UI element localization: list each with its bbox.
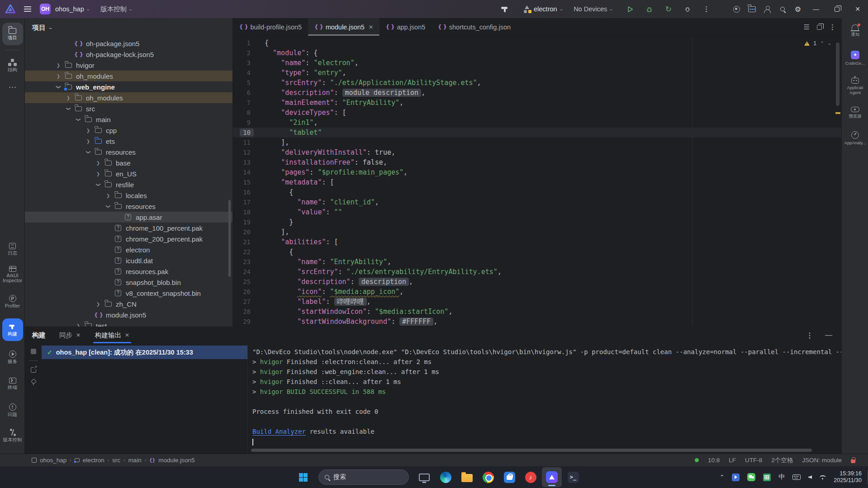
tree-row[interactable]: locales bbox=[25, 190, 233, 201]
tree-row[interactable]: snapshot_blob.bin bbox=[25, 277, 233, 288]
tree-chevron-icon[interactable] bbox=[103, 193, 113, 198]
tree-row[interactable]: hvigor bbox=[25, 60, 233, 71]
build-console[interactable]: "D:\DevEco Studio\tools\node\node.exe" "… bbox=[247, 343, 841, 454]
tab-list-icon[interactable]: ☰ bbox=[804, 23, 810, 31]
code-line[interactable]: 24 "srcEntry": "./ets/entryability/Entry… bbox=[233, 267, 841, 277]
breadcrumb-item[interactable]: main bbox=[128, 457, 141, 464]
tree-row[interactable]: en_US bbox=[25, 168, 233, 179]
tree-row[interactable]: web_engine bbox=[25, 81, 233, 92]
code-line[interactable]: 25 "description": description, bbox=[233, 277, 841, 287]
editor-scrollbar[interactable] bbox=[836, 43, 840, 106]
sidebar-item-structure[interactable]: 结构 bbox=[0, 54, 25, 77]
next-warning-icon[interactable]: ⌄ bbox=[828, 41, 831, 46]
taskbar-search[interactable]: 搜索 bbox=[318, 469, 409, 485]
build-task-row[interactable]: ✓ ohos_hap [clean]: 成功的 在2025/11/30 15:3… bbox=[42, 346, 247, 359]
tree-chevron-icon[interactable] bbox=[76, 114, 81, 124]
tree-row[interactable]: resfile bbox=[25, 179, 233, 190]
taskbar-folder-explorer[interactable] bbox=[457, 467, 477, 487]
tree-row[interactable]: module.json5 bbox=[25, 309, 233, 320]
tree-row[interactable]: oh-package-lock.json5 bbox=[25, 49, 233, 60]
more-actions-button[interactable]: ⋮ bbox=[699, 2, 714, 16]
close-button[interactable]: ✕ bbox=[847, 0, 868, 18]
sidebar-item-log[interactable]: 日志 bbox=[0, 243, 25, 256]
main-menu-button[interactable] bbox=[20, 2, 35, 16]
code-line[interactable]: 28 "startWindowIcon": "$media:startIcon"… bbox=[233, 307, 841, 317]
tab-shortcuts_config.json[interactable]: shortcuts_config.json bbox=[432, 18, 517, 36]
tree-row[interactable]: electron bbox=[25, 244, 233, 255]
code-line[interactable]: 14 "pages": "$profile:main_pages", bbox=[233, 167, 841, 177]
code-line[interactable]: 16 { bbox=[233, 187, 841, 197]
rerun-button[interactable]: ↻ bbox=[661, 2, 676, 16]
taskbar-clock[interactable]: 15:39:16 2025/11/30 bbox=[834, 470, 862, 484]
tree-row[interactable]: chrome_200_percent.pak bbox=[25, 233, 233, 244]
taskbar-chrome-browser[interactable] bbox=[478, 467, 498, 487]
taskbar-music-app[interactable] bbox=[521, 467, 541, 487]
code-line[interactable]: 19 } bbox=[233, 217, 841, 227]
sidebar-item-project[interactable]: 项目 bbox=[0, 23, 25, 45]
sidebar-item-problems[interactable]: !问题 bbox=[0, 403, 25, 417]
taskbar-edge-browser[interactable] bbox=[436, 467, 455, 487]
pin-icon[interactable] bbox=[30, 379, 37, 385]
tree-row[interactable]: oh_modules bbox=[25, 71, 233, 81]
tree-chevron-icon[interactable] bbox=[56, 82, 61, 92]
ime-indicator[interactable]: 中 bbox=[778, 473, 785, 481]
code-line[interactable]: 5 "srcEntry": "./ets/Application/Ability… bbox=[233, 78, 841, 88]
search-everywhere-button[interactable] bbox=[775, 2, 790, 16]
hide-panel-icon[interactable]: — bbox=[825, 331, 832, 339]
breadcrumb-item[interactable]: electron bbox=[83, 457, 104, 464]
right-rail-previewer[interactable]: 预览器 bbox=[842, 107, 868, 119]
taskbar-terminal-app[interactable] bbox=[563, 467, 583, 487]
volume-icon[interactable] bbox=[808, 475, 812, 479]
tree-row[interactable]: zh_CN bbox=[25, 298, 233, 309]
tree-chevron-icon[interactable] bbox=[83, 139, 93, 144]
tree-chevron-icon[interactable] bbox=[93, 171, 103, 176]
tree-chevron-icon[interactable] bbox=[86, 147, 91, 157]
analysis-status-icon[interactable] bbox=[695, 458, 699, 462]
panel-tab-构建输出[interactable]: 构建输出✕ bbox=[93, 327, 131, 343]
breadcrumb-item[interactable]: ohos_hap bbox=[40, 457, 66, 464]
attach-debugger-button[interactable] bbox=[680, 2, 695, 16]
tree-row[interactable]: resources.pak bbox=[25, 266, 233, 277]
code-line[interactable]: 20 ], bbox=[233, 227, 841, 237]
minimize-button[interactable]: — bbox=[806, 0, 826, 18]
tree-chevron-icon[interactable] bbox=[83, 128, 93, 133]
sidebar-item-profiler[interactable]: PProfiler bbox=[0, 295, 25, 308]
build-analyzer-link[interactable]: Build Analyzer bbox=[252, 428, 306, 435]
code-line[interactable]: 4 "type": "entry", bbox=[233, 68, 841, 78]
restore-button[interactable] bbox=[826, 0, 847, 18]
code-line[interactable]: 15 "metadata": [ bbox=[233, 177, 841, 187]
debug-button[interactable] bbox=[642, 2, 657, 16]
tree-row[interactable]: app.asar bbox=[25, 212, 233, 223]
inspections-widget[interactable]: 1 ⌃ ⌄ bbox=[804, 40, 831, 47]
close-tab-icon[interactable]: ✕ bbox=[369, 24, 373, 30]
code-line[interactable]: 8 "deviceTypes": [ bbox=[233, 108, 841, 118]
tree-row[interactable]: main bbox=[25, 114, 233, 125]
taskbar-store-app[interactable] bbox=[499, 467, 519, 487]
sheets-app-icon[interactable] bbox=[763, 474, 771, 481]
console-hscrollbar[interactable] bbox=[251, 449, 812, 452]
panel-tab-同步[interactable]: 同步✕ bbox=[57, 327, 82, 343]
code-line[interactable]: 27 "label": 哔哩哔哩, bbox=[233, 297, 841, 307]
lock-icon[interactable] bbox=[851, 460, 855, 463]
tree-chevron-icon[interactable] bbox=[106, 201, 111, 211]
code-line[interactable]: 7 "mainElement": "EntryAbility", bbox=[233, 98, 841, 108]
code-line[interactable]: 10 "tablet" bbox=[233, 128, 841, 137]
filter-icon[interactable] bbox=[31, 349, 36, 354]
right-rail-notifications[interactable]: 通知 bbox=[842, 24, 868, 37]
tree-chevron-icon[interactable] bbox=[73, 323, 83, 327]
breadcrumb-item[interactable]: src bbox=[112, 457, 120, 464]
tree-row[interactable]: test bbox=[25, 320, 233, 327]
sdk-manager-button[interactable] bbox=[744, 2, 759, 16]
tree-row[interactable]: icudtl.dat bbox=[25, 255, 233, 266]
code-line[interactable]: 29 "startWindowBackground": #FFFFFF, bbox=[233, 317, 841, 326]
account-button[interactable] bbox=[759, 2, 775, 16]
right-rail-codegenie[interactable]: CodeGe... bbox=[842, 51, 868, 66]
tree-chevron-icon[interactable] bbox=[53, 63, 63, 68]
taskbar-file-explorer-app[interactable] bbox=[414, 467, 434, 487]
tab-options-icon[interactable]: ⋮ bbox=[829, 23, 836, 31]
device-manager-button[interactable] bbox=[729, 2, 744, 16]
tree-row[interactable]: chrome_100_percent.pak bbox=[25, 223, 233, 233]
close-tab-icon[interactable]: ✕ bbox=[76, 332, 81, 338]
sidebar-item-services[interactable]: 服务 bbox=[0, 351, 25, 364]
sidebar-item-arkui-inspector[interactable]: ArkUI Inspector bbox=[0, 266, 25, 283]
